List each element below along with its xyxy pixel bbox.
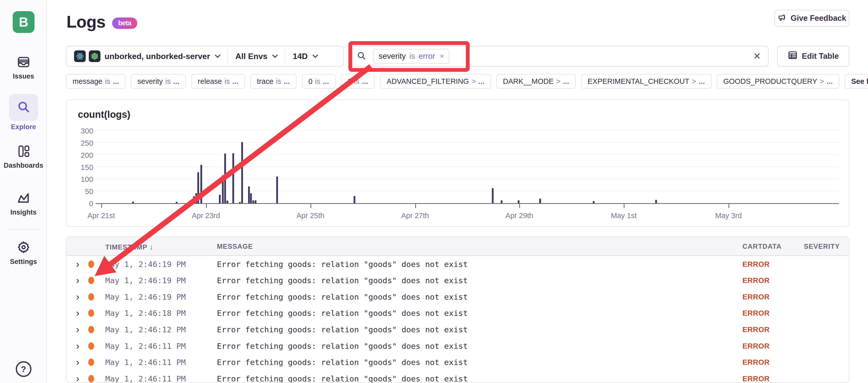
log-row[interactable]: ›May 1, 2:46:19 PMError fetching goods: … [66,288,849,305]
column-header-cartdata[interactable]: CARTDATA [742,243,781,250]
log-row[interactable]: ›May 1, 2:46:19 PMError fetching goods: … [66,256,849,272]
expand-row-chevron-icon[interactable]: › [76,374,80,383]
sidebar-item-label: Insights [0,208,47,216]
filter-chip-experimental_checkout[interactable]: EXPERIMENTAL_CHECKOUT>... [581,74,712,89]
x-axis-tick [415,204,416,208]
nodejs-icon [89,50,100,62]
clear-search-icon[interactable]: ✕ [753,51,761,62]
environment-selector[interactable]: All Envs [228,46,285,66]
sidebar-item-settings[interactable]: Settings [0,240,47,266]
column-header-severity[interactable]: SEVERITY [804,243,840,250]
expand-row-chevron-icon[interactable]: › [76,325,80,334]
expand-row-chevron-icon[interactable]: › [76,341,80,351]
see-full-list-button[interactable]: See full list [845,74,868,89]
chevron-down-icon [215,52,221,58]
expand-row-chevron-icon[interactable]: › [76,259,80,269]
log-row[interactable]: ›May 1, 2:46:18 PMError fetching goods: … [66,305,849,321]
logs-count-chart-panel: count(logs) Apr 21stApr 23rdApr 25thApr … [66,100,849,227]
chart-gridline [96,190,839,191]
react-icon [74,50,86,62]
expand-row-chevron-icon[interactable]: › [76,357,80,367]
log-message: Error fetching goods: relation "goods" d… [217,374,468,383]
gear-icon [17,251,31,255]
severity-dot-icon [88,326,94,333]
filter-chip-1[interactable]: 1is... [341,74,375,89]
chart-gridline [96,178,839,179]
chart-bar [248,186,250,203]
filter-chip-goods_productquery[interactable]: GOODS_PRODUCTQUERY>... [717,74,839,89]
chip-operator: > [556,77,561,85]
expand-row-chevron-icon[interactable]: › [76,308,80,318]
chart-bar [195,193,197,203]
chip-value: ... [113,77,119,85]
expand-row-chevron-icon[interactable]: › [76,276,80,285]
sidebar-item-label: Issues [0,72,47,80]
filter-chip-trace[interactable]: traceis... [250,74,297,89]
log-row[interactable]: ›May 1, 2:46:11 PMError fetching goods: … [66,354,849,371]
filter-chip-dark__mode[interactable]: DARK__MODE>... [496,74,576,89]
project-selector-value: unborked, unborked-server [104,52,210,61]
filter-chip-0[interactable]: 0is... [302,74,336,89]
chip-value: ... [827,77,833,85]
chip-value: ... [563,77,569,85]
chip-operator: > [471,77,476,85]
chart-bar [224,153,226,203]
severity-dot-icon [88,293,94,301]
x-axis-tick [101,204,102,208]
y-axis-tick-label: 250 [70,139,93,147]
search-icon [356,51,367,62]
sidebar-item-issues[interactable]: Issues [0,55,47,80]
x-axis-tick-label: Apr 21st [88,211,115,220]
chevron-down-icon [312,52,318,58]
column-header-message[interactable]: MESSAGE [217,243,253,250]
log-severity-value: ERROR [742,325,770,334]
give-feedback-button[interactable]: Give Feedback [774,10,849,27]
org-logo[interactable]: B [13,11,34,33]
log-row[interactable]: ›May 1, 2:46:11 PMError fetching goods: … [66,338,849,354]
chart-bar [255,200,256,203]
search-icon [17,100,31,115]
severity-dot-icon [88,260,94,268]
chip-value: ... [323,77,329,85]
x-axis-tick [206,204,207,208]
filter-chip-message[interactable]: messageis... [66,74,126,89]
log-search-input[interactable]: severity is error × ✕ [349,46,769,67]
chart-gridline [96,130,839,131]
y-axis-tick-label: 50 [70,187,93,196]
column-header-timestamp[interactable]: TIMESTAMP ↓ [105,243,153,251]
search-filter-token[interactable]: severity is error × [373,49,450,64]
log-timestamp: May 1, 2:46:19 PM [105,276,186,285]
token-remove-icon[interactable]: × [440,52,444,60]
chip-value: ... [232,77,239,85]
chip-operator: is [354,77,360,85]
edit-table-button[interactable]: Edit Table [777,46,849,67]
org-logo-letter: B [19,14,28,30]
chart-plot-area[interactable]: Apr 21stApr 23rdApr 25thApr 27thApr 29th… [96,131,839,204]
project-selector[interactable]: unborked, unborked-server [66,46,227,66]
log-severity-value: ERROR [742,358,770,367]
sidebar-item-explore[interactable]: Explore [0,94,47,131]
sort-descending-icon: ↓ [149,243,153,251]
chart-gridline [96,166,839,167]
filter-chip-severity[interactable]: severityis... [131,74,186,89]
filter-chip-advanced_filtering[interactable]: ADVANCED_FILTERING>... [380,74,491,89]
log-row[interactable]: ›May 1, 2:46:11 PMError fetching goods: … [66,370,849,383]
chip-value: ... [478,77,485,85]
log-message: Error fetching goods: relation "goods" d… [217,309,468,318]
log-row[interactable]: ›May 1, 2:46:12 PMError fetching goods: … [66,321,849,338]
chart-bar [232,153,234,203]
beta-badge: beta [112,18,137,29]
chart-bar [492,188,494,203]
y-axis-tick-label: 200 [70,151,93,160]
log-row[interactable]: ›May 1, 2:46:19 PMError fetching goods: … [66,272,849,289]
log-timestamp: May 1, 2:46:19 PM [105,292,186,302]
chip-key: message [72,77,102,85]
filter-chip-release[interactable]: releaseis... [191,74,245,89]
help-button[interactable]: ? [16,361,31,377]
severity-dot-icon [88,342,94,350]
expand-row-chevron-icon[interactable]: › [76,292,80,302]
date-range-selector[interactable]: 14D [285,46,325,66]
logs-table-body: ›May 1, 2:46:19 PMError fetching goods: … [66,256,849,383]
sidebar-item-dashboards[interactable]: Dashboards [0,144,47,170]
sidebar-item-insights[interactable]: Insights [0,191,47,216]
